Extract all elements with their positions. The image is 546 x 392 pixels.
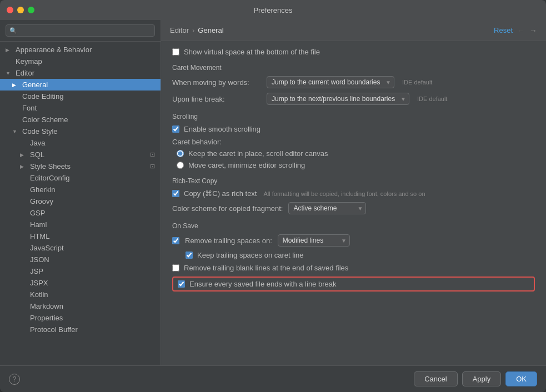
sidebar-item-gsp[interactable]: GSP bbox=[0, 207, 161, 219]
sidebar-item-jsp[interactable]: JSP bbox=[0, 265, 161, 277]
sidebar-item-editorconfig[interactable]: EditorConfig bbox=[0, 172, 161, 184]
sidebar-item-label: Style Sheets bbox=[30, 162, 71, 170]
virtual-space-row: Show virtual space at the bottom of the … bbox=[172, 48, 535, 56]
smooth-scrolling-label: Enable smooth scrolling bbox=[184, 125, 261, 133]
sidebar-item-label: Groovy bbox=[30, 197, 53, 205]
copy-rich-text-checkbox[interactable] bbox=[172, 190, 179, 197]
sidebar-item-groovy[interactable]: Groovy bbox=[0, 195, 161, 207]
ok-button[interactable]: OK bbox=[505, 371, 537, 386]
main-content: 🔍 ▶ Appearance & Behavior Keymap ▼ bbox=[0, 20, 546, 365]
remove-blank-checkbox[interactable] bbox=[172, 264, 179, 272]
smooth-scrolling-checkbox[interactable] bbox=[172, 125, 179, 133]
trailing-spaces-select-wrap: Modified lines ▼ bbox=[278, 234, 350, 247]
cancel-button[interactable]: Cancel bbox=[414, 371, 457, 386]
sidebar-item-general[interactable]: ▶ General bbox=[0, 79, 161, 91]
sidebar-item-style-sheets[interactable]: ▶ Style Sheets ⊡ bbox=[0, 160, 161, 172]
chevron-spacer bbox=[20, 175, 28, 181]
word-movement-label: When moving by words: bbox=[172, 78, 261, 87]
panel-content: Show virtual space at the bottom of the … bbox=[161, 41, 546, 365]
breadcrumb-separator: › bbox=[192, 26, 194, 34]
sidebar-item-html[interactable]: HTML bbox=[0, 230, 161, 242]
bottom-bar: ? Cancel Apply OK bbox=[0, 365, 546, 392]
search-box: 🔍 bbox=[0, 20, 161, 42]
chevron-spacer bbox=[12, 117, 20, 123]
settings-icon: ⊡ bbox=[150, 163, 155, 170]
sidebar-item-label: Color Scheme bbox=[22, 115, 68, 124]
close-button[interactable] bbox=[7, 7, 13, 13]
sidebar-item-label: Java bbox=[30, 139, 45, 147]
remove-trailing-checkbox[interactable] bbox=[172, 237, 179, 244]
chevron-spacer bbox=[20, 315, 28, 321]
keep-caret-row: Keep the caret in place, scroll editor c… bbox=[172, 149, 535, 158]
chevron-spacer bbox=[20, 210, 28, 216]
sidebar-item-label: Code Style bbox=[22, 127, 58, 135]
sidebar-item-label: Markdown bbox=[30, 302, 63, 310]
line-break-row: Upon line break: Jump to the next/previo… bbox=[172, 93, 535, 105]
keep-trailing-checkbox[interactable] bbox=[186, 252, 193, 259]
ensure-newline-checkbox[interactable] bbox=[178, 280, 185, 288]
chevron-icon: ▶ bbox=[20, 164, 28, 169]
keep-trailing-row: Keep trailing spaces on caret line bbox=[172, 251, 535, 259]
chevron-icon: ▼ bbox=[6, 71, 13, 76]
sidebar-item-appearance[interactable]: ▶ Appearance & Behavior bbox=[0, 44, 161, 56]
line-break-select[interactable]: Jump to the next/previous line boundarie… bbox=[267, 93, 409, 105]
chevron-spacer bbox=[20, 292, 28, 298]
sidebar-item-code-style[interactable]: ▼ Code Style bbox=[0, 125, 161, 137]
sidebar-item-sql[interactable]: ▶ SQL ⊡ bbox=[0, 149, 161, 160]
apply-button[interactable]: Apply bbox=[462, 371, 502, 386]
sidebar-item-label: JSP bbox=[30, 267, 43, 275]
sidebar-item-font[interactable]: Font bbox=[0, 102, 161, 114]
sidebar: 🔍 ▶ Appearance & Behavior Keymap ▼ bbox=[0, 20, 161, 365]
remove-blank-label: Remove trailing blank lines at the end o… bbox=[184, 264, 348, 272]
chevron-spacer bbox=[12, 94, 20, 99]
sidebar-item-color-scheme[interactable]: Color Scheme bbox=[0, 114, 161, 125]
sidebar-item-label: Appearance & Behavior bbox=[16, 46, 92, 54]
virtual-space-checkbox[interactable] bbox=[172, 48, 179, 56]
color-scheme-label: Color scheme for copied fragment: bbox=[172, 204, 283, 213]
color-scheme-select[interactable]: Active scheme bbox=[288, 202, 366, 214]
sidebar-item-java[interactable]: Java bbox=[0, 137, 161, 149]
sidebar-item-javascript[interactable]: JavaScript bbox=[0, 242, 161, 254]
virtual-space-label: Show virtual space at the bottom of the … bbox=[184, 48, 320, 56]
sidebar-item-keymap[interactable]: Keymap bbox=[0, 56, 161, 67]
sidebar-item-markdown[interactable]: Markdown bbox=[0, 300, 161, 312]
sidebar-item-label: EditorConfig bbox=[30, 174, 70, 182]
forward-button[interactable]: → bbox=[529, 26, 537, 35]
sidebar-item-label: JavaScript bbox=[30, 244, 64, 252]
copy-rich-text-label: Copy (⌘C) as rich text bbox=[184, 189, 257, 198]
sidebar-item-label: JSON bbox=[30, 255, 49, 264]
preferences-dialog: Preferences 🔍 ▶ Appearance & Behavior bbox=[0, 0, 546, 392]
sidebar-item-haml[interactable]: Haml bbox=[0, 219, 161, 230]
sidebar-item-protocol-buffer[interactable]: Protocol Buffer bbox=[0, 324, 161, 335]
chevron-spacer bbox=[20, 280, 28, 286]
sidebar-item-label: Editor bbox=[16, 69, 34, 77]
sidebar-item-json[interactable]: JSON bbox=[0, 254, 161, 265]
sidebar-item-kotlin[interactable]: Kotlin bbox=[0, 289, 161, 300]
sidebar-item-jspx[interactable]: JSPX bbox=[0, 277, 161, 289]
chevron-spacer bbox=[6, 59, 13, 64]
help-button[interactable]: ? bbox=[9, 374, 20, 385]
keep-caret-radio[interactable] bbox=[177, 150, 184, 157]
search-input[interactable] bbox=[6, 24, 155, 37]
word-movement-select[interactable]: Jump to the current word boundaries bbox=[267, 76, 394, 88]
sidebar-item-editor[interactable]: ▼ Editor bbox=[0, 67, 161, 79]
sidebar-item-gherkin[interactable]: Gherkin bbox=[0, 184, 161, 195]
chevron-icon: ▶ bbox=[20, 152, 28, 158]
move-caret-radio[interactable] bbox=[177, 162, 184, 169]
maximize-button[interactable] bbox=[28, 7, 34, 13]
sidebar-item-label: Properties bbox=[30, 314, 63, 322]
remove-trailing-row: Remove trailing spaces on: Modified line… bbox=[172, 234, 535, 247]
trailing-spaces-select[interactable]: Modified lines bbox=[278, 234, 350, 247]
sidebar-item-label: SQL bbox=[30, 150, 44, 159]
sidebar-item-properties[interactable]: Properties bbox=[0, 312, 161, 324]
sidebar-item-label: JSPX bbox=[30, 279, 48, 287]
back-button[interactable]: ← bbox=[517, 26, 525, 35]
chevron-icon: ▶ bbox=[12, 82, 20, 88]
sidebar-item-code-editing[interactable]: Code Editing bbox=[0, 91, 161, 102]
sidebar-item-label: Haml bbox=[30, 220, 47, 229]
ensure-newline-row: Ensure every saved file ends with a line… bbox=[172, 277, 535, 292]
chevron-spacer bbox=[20, 199, 28, 204]
minimize-button[interactable] bbox=[17, 7, 24, 13]
line-break-badge: IDE default bbox=[417, 96, 447, 102]
reset-button[interactable]: Reset bbox=[494, 26, 513, 34]
